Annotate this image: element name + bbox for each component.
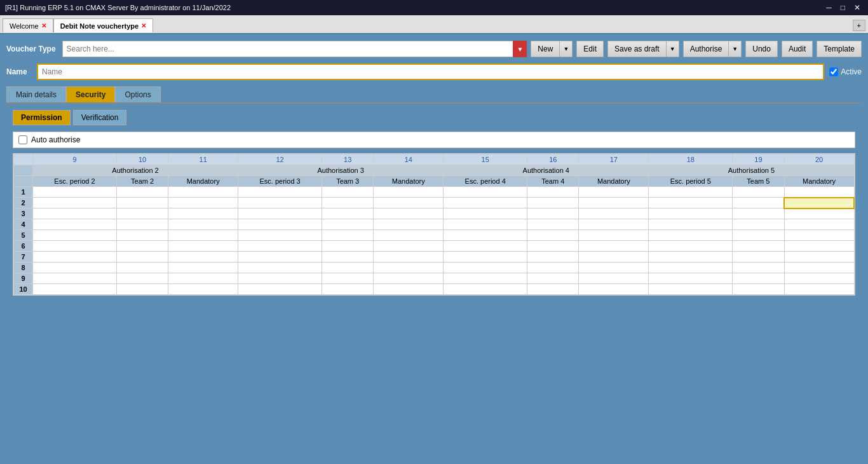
grid-cell[interactable] bbox=[168, 241, 238, 252]
search-input[interactable] bbox=[62, 41, 527, 57]
grid-cell[interactable] bbox=[444, 241, 527, 252]
tab-debit-note-close[interactable]: ✕ bbox=[141, 22, 146, 29]
grid-cell[interactable] bbox=[733, 252, 784, 263]
grid-cell[interactable] bbox=[444, 230, 527, 241]
grid-cell[interactable] bbox=[733, 208, 784, 219]
authorise-dropdown-button[interactable]: ▼ bbox=[729, 41, 742, 57]
grid-cell[interactable] bbox=[444, 219, 527, 230]
grid-cell[interactable] bbox=[374, 252, 444, 263]
grid-cell[interactable] bbox=[238, 252, 322, 263]
grid-cell[interactable] bbox=[238, 263, 322, 273]
grid-cell[interactable] bbox=[784, 241, 854, 252]
grid-cell[interactable] bbox=[33, 263, 117, 273]
grid-cell[interactable] bbox=[579, 273, 649, 284]
grid-cell[interactable] bbox=[733, 198, 784, 208]
grid-cell[interactable] bbox=[784, 219, 854, 230]
grid-cell[interactable] bbox=[374, 187, 444, 198]
grid-cell[interactable] bbox=[784, 273, 854, 284]
grid-cell[interactable] bbox=[527, 252, 579, 263]
grid-cell[interactable] bbox=[784, 187, 854, 198]
grid-cell[interactable] bbox=[33, 198, 117, 208]
edit-button[interactable]: Edit bbox=[576, 41, 604, 57]
grid-cell[interactable] bbox=[116, 273, 168, 284]
grid-cell[interactable] bbox=[649, 241, 733, 252]
grid-cell[interactable] bbox=[33, 273, 117, 284]
grid-cell[interactable] bbox=[444, 263, 527, 273]
grid-cell[interactable] bbox=[116, 263, 168, 273]
minimize-button[interactable]: ─ bbox=[824, 3, 834, 12]
grid-cell[interactable] bbox=[168, 284, 238, 295]
grid-cell[interactable] bbox=[444, 284, 527, 295]
grid-cell[interactable] bbox=[784, 208, 854, 219]
grid-cell[interactable] bbox=[116, 252, 168, 263]
grid-cell[interactable] bbox=[649, 263, 733, 273]
grid-cell[interactable] bbox=[733, 187, 784, 198]
grid-cell[interactable] bbox=[527, 187, 579, 198]
grid-cell[interactable] bbox=[33, 284, 117, 295]
save-draft-dropdown-button[interactable]: ▼ bbox=[667, 41, 679, 57]
grid-cell[interactable] bbox=[116, 230, 168, 241]
grid-cell[interactable] bbox=[733, 230, 784, 241]
grid-cell[interactable] bbox=[579, 187, 649, 198]
grid-cell[interactable] bbox=[784, 252, 854, 263]
grid-cell[interactable] bbox=[649, 198, 733, 208]
grid-cell[interactable] bbox=[579, 263, 649, 273]
audit-button[interactable]: Audit bbox=[782, 41, 813, 57]
grid-cell[interactable] bbox=[374, 230, 444, 241]
tab-add-button[interactable]: + bbox=[853, 20, 865, 31]
grid-cell[interactable] bbox=[784, 263, 854, 273]
grid-cell[interactable] bbox=[527, 241, 579, 252]
grid-cell[interactable] bbox=[527, 273, 579, 284]
grid-cell[interactable] bbox=[322, 241, 374, 252]
grid-cell[interactable] bbox=[168, 263, 238, 273]
grid-cell[interactable] bbox=[116, 198, 168, 208]
grid-cell[interactable] bbox=[444, 208, 527, 219]
undo-button[interactable]: Undo bbox=[745, 41, 778, 57]
grid-cell[interactable] bbox=[238, 230, 322, 241]
grid-cell[interactable] bbox=[116, 208, 168, 219]
tab-main-details[interactable]: Main details bbox=[6, 86, 66, 102]
grid-cell[interactable] bbox=[527, 219, 579, 230]
active-checkbox[interactable] bbox=[829, 67, 838, 76]
grid-cell[interactable] bbox=[322, 187, 374, 198]
grid-cell[interactable] bbox=[579, 230, 649, 241]
grid-cell[interactable] bbox=[33, 219, 117, 230]
grid-cell[interactable] bbox=[374, 273, 444, 284]
grid-cell[interactable] bbox=[649, 230, 733, 241]
new-button[interactable]: New bbox=[531, 41, 560, 57]
grid-cell[interactable] bbox=[168, 198, 238, 208]
tab-options[interactable]: Options bbox=[115, 86, 160, 102]
grid-cell[interactable] bbox=[444, 187, 527, 198]
grid-cell[interactable] bbox=[238, 284, 322, 295]
grid-cell[interactable] bbox=[649, 252, 733, 263]
grid-cell[interactable] bbox=[784, 230, 854, 241]
grid-cell[interactable] bbox=[116, 284, 168, 295]
grid-cell[interactable] bbox=[527, 198, 579, 208]
grid-cell[interactable] bbox=[374, 263, 444, 273]
grid-cell[interactable] bbox=[33, 187, 117, 198]
tab-security[interactable]: Security bbox=[66, 86, 115, 102]
grid-cell[interactable] bbox=[374, 241, 444, 252]
grid-cell[interactable] bbox=[527, 263, 579, 273]
grid-cell[interactable] bbox=[238, 187, 322, 198]
search-dropdown-button[interactable]: ▼ bbox=[513, 41, 527, 57]
sub-tab-verification[interactable]: Verification bbox=[73, 110, 127, 125]
grid-cell[interactable] bbox=[322, 263, 374, 273]
grid-cell[interactable] bbox=[33, 252, 117, 263]
template-button[interactable]: Template bbox=[817, 41, 862, 57]
grid-cell[interactable] bbox=[374, 219, 444, 230]
grid-cell[interactable] bbox=[322, 219, 374, 230]
grid-cell[interactable] bbox=[238, 219, 322, 230]
sub-tab-permission[interactable]: Permission bbox=[13, 110, 71, 125]
grid-cell[interactable] bbox=[168, 252, 238, 263]
grid-cell[interactable] bbox=[579, 219, 649, 230]
grid-cell[interactable] bbox=[444, 252, 527, 263]
grid-cell[interactable] bbox=[116, 241, 168, 252]
tab-welcome-close[interactable]: ✕ bbox=[41, 22, 46, 29]
grid-cell[interactable] bbox=[444, 198, 527, 208]
grid-cell[interactable] bbox=[733, 273, 784, 284]
grid-cell[interactable] bbox=[579, 284, 649, 295]
grid-cell[interactable] bbox=[168, 208, 238, 219]
grid-cell[interactable] bbox=[579, 252, 649, 263]
grid-cell[interactable] bbox=[784, 198, 854, 208]
